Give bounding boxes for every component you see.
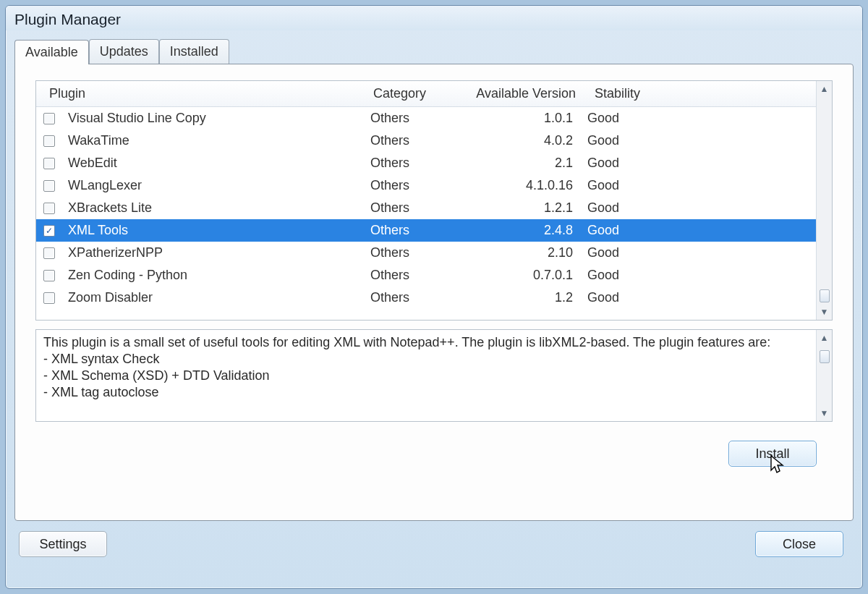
plugin-checkbox[interactable]: [43, 158, 55, 169]
table-row[interactable]: Zoom DisablerOthers1.2Good: [36, 287, 816, 309]
table-row[interactable]: XPatherizerNPPOthers2.10Good: [36, 242, 816, 264]
plugin-checkbox[interactable]: [43, 247, 55, 259]
tab-updates[interactable]: Updates: [89, 39, 159, 64]
table-row[interactable]: Visual Studio Line CopyOthers1.0.1Good: [36, 107, 816, 130]
tab-strip: Available Updates Installed: [14, 39, 854, 64]
plugin-checkbox[interactable]: [43, 270, 55, 281]
scroll-thumb[interactable]: [820, 289, 830, 302]
plugin-category-cell: Others: [363, 178, 450, 193]
table-row[interactable]: ✓XML ToolsOthers2.4.8Good: [36, 219, 816, 242]
plugin-stability-cell: Good: [580, 111, 667, 126]
plugin-stability-cell: Good: [580, 200, 667, 216]
column-header-plugin[interactable]: Plugin: [42, 86, 366, 101]
scroll-up-icon[interactable]: ▲: [817, 330, 832, 346]
table-row[interactable]: XBrackets LiteOthers1.2.1Good: [36, 197, 816, 219]
plugin-category-cell: Others: [363, 156, 450, 171]
plugin-stability-cell: Good: [580, 133, 667, 148]
tab-panel-available: Plugin Category Available Version Stabil…: [14, 64, 854, 521]
install-button[interactable]: Install: [728, 441, 817, 467]
plugin-name-cell: WebEdit: [61, 156, 363, 171]
plugin-rows: Visual Studio Line CopyOthers1.0.1GoodWa…: [36, 107, 816, 309]
plugin-checkbox[interactable]: ✓: [43, 225, 55, 237]
tab-installed[interactable]: Installed: [159, 39, 229, 64]
plugin-description-panel: This plugin is a small set of useful too…: [35, 329, 833, 422]
tab-region: Available Updates Installed Plugin Categ…: [14, 39, 854, 521]
scroll-down-icon[interactable]: ▼: [817, 304, 832, 320]
plugin-name-cell: Zoom Disabler: [61, 290, 363, 305]
plugin-checkbox[interactable]: [43, 292, 55, 304]
plugin-category-cell: Others: [363, 133, 450, 148]
tab-available[interactable]: Available: [14, 40, 89, 64]
plugin-name-cell: XBrackets Lite: [61, 200, 363, 216]
column-header-version[interactable]: Available Version: [453, 86, 583, 101]
scroll-up-icon[interactable]: ▲: [817, 81, 832, 97]
plugin-version-cell: 1.0.1: [450, 111, 580, 126]
description-scrollbar[interactable]: ▲ ▼: [816, 330, 832, 421]
install-button-label: Install: [755, 446, 789, 462]
install-button-row: Install: [35, 441, 833, 467]
settings-button[interactable]: Settings: [19, 531, 107, 557]
column-header-category[interactable]: Category: [366, 86, 453, 101]
plugin-version-cell: 4.0.2: [450, 133, 580, 148]
plugin-category-cell: Others: [363, 111, 450, 126]
plugin-version-cell: 0.7.0.1: [450, 268, 580, 283]
column-header-stability[interactable]: Stability: [583, 86, 670, 101]
plugin-checkbox[interactable]: [43, 135, 55, 147]
plugin-version-cell: 2.1: [450, 156, 580, 171]
table-row[interactable]: Zen Coding - PythonOthers0.7.0.1Good: [36, 264, 816, 287]
scroll-thumb[interactable]: [820, 350, 830, 363]
plugin-name-cell: XPatherizerNPP: [61, 245, 363, 260]
plugin-version-cell: 4.1.0.16: [450, 178, 580, 193]
plugin-checkbox[interactable]: [43, 180, 55, 192]
plugin-name-cell: Zen Coding - Python: [61, 268, 363, 283]
plugin-category-cell: Others: [363, 268, 450, 283]
plugin-category-cell: Others: [363, 245, 450, 260]
plugin-stability-cell: Good: [580, 223, 667, 238]
window-title: Plugin Manager: [6, 6, 862, 30]
plugin-version-cell: 2.4.8: [450, 223, 580, 238]
plugin-name-cell: WakaTime: [61, 133, 363, 148]
plugin-category-cell: Others: [363, 223, 450, 238]
plugin-checkbox[interactable]: [43, 113, 55, 124]
plugin-stability-cell: Good: [580, 290, 667, 305]
plugin-category-cell: Others: [363, 200, 450, 216]
dialog-footer: Settings Close: [6, 521, 862, 567]
plugin-checkbox[interactable]: [43, 203, 55, 214]
plugin-category-cell: Others: [363, 290, 450, 305]
plugin-name-cell: Visual Studio Line Copy: [61, 111, 363, 126]
scroll-down-icon[interactable]: ▼: [817, 405, 832, 421]
plugin-name-cell: XML Tools: [61, 223, 363, 238]
plugin-stability-cell: Good: [580, 268, 667, 283]
plugin-stability-cell: Good: [580, 178, 667, 193]
plugin-stability-cell: Good: [580, 156, 667, 171]
plugin-version-cell: 2.10: [450, 245, 580, 260]
plugin-version-cell: 1.2: [450, 290, 580, 305]
table-row[interactable]: WakaTimeOthers4.0.2Good: [36, 130, 816, 152]
plugin-list: Plugin Category Available Version Stabil…: [35, 80, 833, 321]
plugin-manager-window: Plugin Manager Available Updates Install…: [5, 5, 863, 589]
plugin-list-header: Plugin Category Available Version Stabil…: [36, 81, 816, 107]
plugin-description-text: This plugin is a small set of useful too…: [36, 330, 816, 421]
table-row[interactable]: WebEditOthers2.1Good: [36, 152, 816, 174]
plugin-name-cell: WLangLexer: [61, 178, 363, 193]
plugin-stability-cell: Good: [580, 245, 667, 260]
plugin-list-content: Plugin Category Available Version Stabil…: [36, 81, 816, 320]
table-row[interactable]: WLangLexerOthers4.1.0.16Good: [36, 174, 816, 197]
close-button[interactable]: Close: [755, 531, 843, 557]
plugin-version-cell: 1.2.1: [450, 200, 580, 216]
plugin-list-scrollbar[interactable]: ▲ ▼: [816, 81, 832, 320]
